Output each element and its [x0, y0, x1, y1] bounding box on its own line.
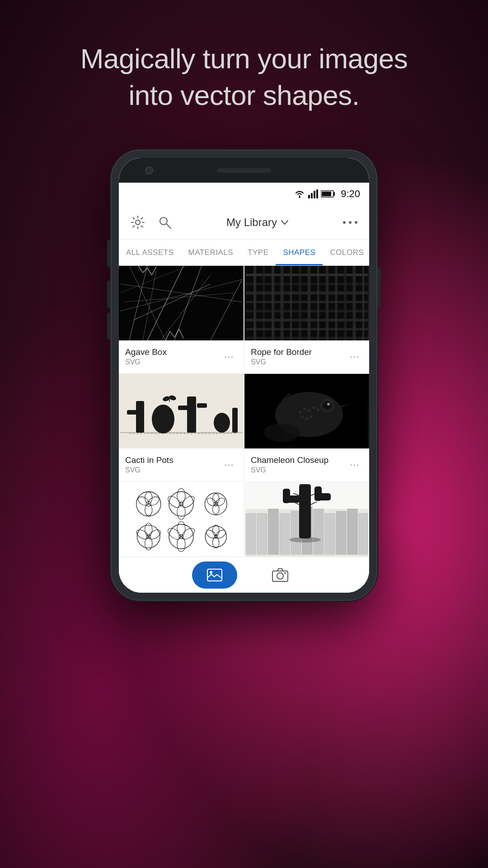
svg-rect-4 [316, 189, 318, 198]
agave-box-image [119, 266, 244, 340]
svg-point-66 [327, 403, 330, 406]
tab-colors[interactable]: COLORS [323, 240, 369, 265]
asset-grid: Agave Box SVG ··· [119, 266, 369, 557]
rope-name: Rope for Border [251, 347, 312, 357]
svg-rect-121 [314, 509, 324, 554]
rope-art [244, 266, 369, 340]
chameleon-art [244, 374, 369, 448]
tab-type[interactable]: TYPE [240, 240, 276, 265]
svg-rect-2 [311, 193, 313, 198]
svg-point-52 [152, 405, 174, 434]
grid-item-flowers[interactable] [119, 482, 244, 557]
agave-box-more-button[interactable]: ··· [221, 349, 237, 365]
svg-point-65 [323, 401, 332, 410]
status-icons: 9:20 [294, 188, 360, 200]
svg-rect-122 [325, 514, 335, 554]
grid-item-agave-box[interactable]: Agave Box SVG ··· [119, 266, 244, 373]
svg-point-68 [303, 408, 306, 410]
flowers-art [122, 486, 240, 553]
chameleon-image [244, 374, 369, 448]
signal-icon [308, 189, 318, 198]
camera-icon [272, 568, 288, 582]
svg-rect-1 [308, 195, 310, 198]
cacti-more-button[interactable]: ··· [221, 457, 237, 473]
svg-point-8 [136, 220, 140, 225]
rope-image [244, 266, 369, 340]
more-options-button[interactable] [340, 212, 360, 232]
flowers-image [119, 482, 244, 557]
cacti-image [119, 374, 244, 448]
svg-rect-115 [246, 514, 256, 554]
cactus-tall-image [244, 482, 369, 557]
headline-line2: into vector shapes. [129, 80, 360, 111]
svg-rect-3 [314, 191, 315, 198]
phone-device: 9:20 My Library [111, 150, 377, 601]
svg-point-56 [214, 413, 230, 433]
tab-all-assets[interactable]: ALL ASSETS [119, 240, 181, 265]
svg-rect-136 [207, 569, 222, 581]
svg-rect-13 [120, 266, 242, 340]
front-camera [145, 166, 153, 175]
svg-point-73 [305, 418, 308, 420]
grid-item-chameleon[interactable]: Chameleon Closeup SVG ··· [244, 374, 369, 481]
phone-shell: 9:20 My Library [111, 150, 377, 601]
svg-point-135 [289, 537, 321, 542]
svg-point-72 [301, 415, 304, 418]
gear-button[interactable] [128, 212, 148, 232]
svg-point-11 [349, 221, 352, 224]
svg-point-69 [308, 410, 311, 413]
svg-rect-50 [136, 401, 144, 433]
grid-item-cacti[interactable]: Cacti in Pots SVG ··· [119, 374, 244, 481]
svg-rect-57 [232, 408, 238, 433]
svg-rect-126 [299, 484, 311, 538]
svg-point-10 [343, 221, 346, 224]
cacti-art [119, 374, 244, 448]
chameleon-name: Chameleon Closeup [251, 455, 328, 465]
agave-box-name: Agave Box [125, 347, 167, 357]
app-header: My Library [119, 205, 369, 240]
svg-rect-117 [268, 509, 278, 554]
svg-point-70 [312, 406, 315, 409]
svg-point-0 [299, 197, 300, 198]
rope-more-button[interactable]: ··· [347, 349, 363, 365]
library-title[interactable]: My Library [182, 216, 333, 229]
tabs-bar: ALL ASSETS MATERIALS TYPE SHAPES COLORS [119, 240, 369, 266]
search-button[interactable] [155, 212, 175, 232]
rope-type: SVG [251, 358, 312, 366]
agave-art [119, 266, 244, 340]
agave-box-info: Agave Box SVG ··· [119, 340, 244, 373]
headline: Magically turn your images into vector s… [53, 41, 435, 113]
svg-rect-123 [336, 511, 346, 554]
gallery-nav-button[interactable] [192, 561, 237, 589]
phone-top-bar [119, 158, 369, 183]
svg-point-137 [210, 571, 212, 574]
svg-rect-6 [333, 192, 335, 196]
battery-icon [321, 190, 335, 198]
grid-item-cactus-tall[interactable] [244, 482, 369, 557]
tab-shapes[interactable]: SHAPES [276, 240, 323, 265]
chameleon-info: Chameleon Closeup SVG ··· [244, 448, 369, 481]
svg-rect-53 [187, 396, 196, 433]
speaker-grille [217, 168, 271, 173]
svg-rect-140 [284, 572, 286, 574]
svg-rect-7 [322, 192, 331, 196]
svg-point-71 [317, 409, 319, 411]
agave-box-type: SVG [125, 358, 167, 366]
svg-point-75 [264, 424, 300, 442]
library-name-text: My Library [226, 216, 277, 229]
headline-line1: Magically turn your images [80, 43, 408, 74]
dropdown-chevron-icon [281, 220, 289, 225]
svg-point-12 [355, 221, 357, 224]
grid-item-rope[interactable]: Rope for Border SVG ··· [244, 266, 369, 373]
chameleon-more-button[interactable]: ··· [347, 457, 363, 473]
cactus-tall-art [244, 482, 369, 557]
gallery-icon [207, 569, 222, 581]
tab-materials[interactable]: MATERIALS [181, 240, 240, 265]
svg-rect-125 [359, 514, 368, 554]
svg-point-139 [277, 573, 283, 579]
cacti-name: Cacti in Pots [125, 455, 174, 465]
svg-rect-54 [178, 406, 188, 410]
svg-rect-51 [127, 410, 137, 415]
camera-nav-button[interactable] [264, 561, 296, 589]
svg-rect-118 [280, 514, 290, 554]
